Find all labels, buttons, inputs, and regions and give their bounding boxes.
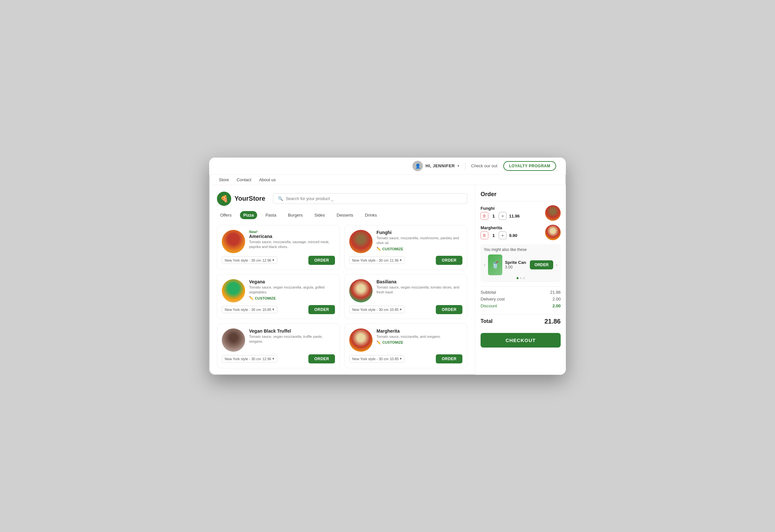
top-bar: 👤 HI, JENNIFER ▾ Check our out LOYALTY P… bbox=[209, 158, 566, 175]
upsell-prev-icon[interactable]: ‹ bbox=[484, 262, 486, 268]
tab-pasta[interactable]: Pasta bbox=[262, 211, 279, 219]
pizza-brand-icon: 🍕 bbox=[220, 195, 228, 203]
product-image-americana bbox=[222, 230, 245, 253]
price-funghi: 11.96 bbox=[509, 214, 520, 219]
nav-bar: Store Contact About us bbox=[209, 175, 566, 185]
customize-margherita[interactable]: ✏️ CUSTOMIZE bbox=[376, 340, 463, 345]
product-bottom-vegan-truffel: New York style - 30 cm 12.96 ▾ ORDER bbox=[222, 354, 335, 363]
upsell-title: You might also like these bbox=[484, 247, 558, 252]
product-card-vegan-truffel: Vegan Black Truffel Tomato sauce, vegan … bbox=[217, 324, 340, 368]
chevron-icon: ▾ bbox=[272, 357, 274, 361]
tab-sides[interactable]: Sides bbox=[311, 211, 328, 219]
style-select-vegan-truffel[interactable]: New York style - 30 cm 12.96 ▾ bbox=[222, 355, 277, 362]
total-value: 21.86 bbox=[545, 318, 561, 325]
style-select-margherita[interactable]: New York style - 30 cm 10.85 ▾ bbox=[349, 355, 405, 362]
price-label: 10.85 bbox=[390, 308, 399, 312]
upsell-order-button[interactable]: ORDER bbox=[530, 260, 553, 269]
subtotal-row: Subtotal 21.86 bbox=[481, 290, 561, 295]
customize-label: CUSTOMIZE bbox=[382, 247, 404, 251]
tab-drinks[interactable]: Drinks bbox=[361, 211, 380, 219]
order-button-vegan-truffel[interactable]: ORDER bbox=[308, 354, 335, 363]
product-image-vegan-truffel bbox=[222, 328, 245, 352]
order-item-name-funghi: Funghi bbox=[481, 206, 543, 211]
tab-offers[interactable]: Offers bbox=[217, 211, 235, 219]
nav-store[interactable]: Store bbox=[219, 177, 229, 182]
product-name-americana: Americana bbox=[249, 234, 335, 239]
order-button-americana[interactable]: ORDER bbox=[308, 256, 335, 265]
order-button-basiliana[interactable]: ORDER bbox=[436, 305, 463, 314]
upsell-dots bbox=[484, 277, 558, 279]
dot-1 bbox=[517, 277, 519, 279]
increase-qty-margherita[interactable]: + bbox=[499, 231, 507, 239]
chevron-icon: ▾ bbox=[400, 307, 402, 312]
product-image-funghi bbox=[349, 230, 372, 253]
style-label: New York style - 30 cm bbox=[352, 258, 389, 262]
brand-name: YourStore bbox=[234, 195, 265, 202]
product-desc-americana: Tomato sauce, mozzarella, sausage, mince… bbox=[249, 240, 335, 250]
product-grid: New! Americana Tomato sauce, mozzarella,… bbox=[217, 225, 467, 368]
customize-funghi[interactable]: ✏️ CUSTOMIZE bbox=[376, 247, 463, 251]
upsell-next-icon[interactable]: › bbox=[556, 262, 558, 268]
top-divider bbox=[465, 162, 465, 170]
upsell-product-image: 🥤 bbox=[488, 254, 502, 275]
product-info-margherita: Margherita Tomato sauce, mozzarella, and… bbox=[376, 328, 463, 345]
order-sidebar: Order Funghi 🗑 1 + 11.96 Margherita bbox=[475, 185, 566, 375]
style-select-vegana[interactable]: New York style - 30 cm 10.85 ▾ bbox=[222, 306, 277, 313]
nav-contact[interactable]: Contact bbox=[237, 177, 251, 182]
product-card-funghi: Funghi Tomato sauce, mozzarella, mushroo… bbox=[344, 225, 467, 270]
nav-about[interactable]: About us bbox=[259, 177, 276, 182]
product-bottom-basiliana: New York style - 30 cm 10.85 ▾ ORDER bbox=[349, 305, 463, 314]
product-card-margherita: Margherita Tomato sauce, mozzarella, and… bbox=[344, 324, 467, 368]
order-item-funghi: Funghi 🗑 1 + 11.96 bbox=[481, 205, 561, 221]
order-button-funghi[interactable]: ORDER bbox=[436, 256, 463, 265]
price-label: 11.96 bbox=[390, 258, 399, 262]
tab-desserts[interactable]: Desserts bbox=[333, 211, 356, 219]
chevron-icon: ▾ bbox=[400, 357, 402, 361]
style-select-basiliana[interactable]: New York style - 30 cm 10.85 ▾ bbox=[349, 306, 405, 313]
product-name-vegan-truffel: Vegan Black Truffel bbox=[249, 328, 335, 334]
product-desc-margherita: Tomato sauce, mozzarella, and oregano. bbox=[376, 334, 463, 339]
product-top: Funghi Tomato sauce, mozzarella, mushroo… bbox=[349, 230, 463, 253]
delivery-value: 2.00 bbox=[553, 297, 561, 301]
decrease-qty-margherita[interactable]: 🗑 bbox=[481, 231, 488, 239]
product-top: New! Americana Tomato sauce, mozzarella,… bbox=[222, 230, 335, 253]
tab-burgers[interactable]: Burgers bbox=[285, 211, 306, 219]
product-top: Margherita Tomato sauce, mozzarella, and… bbox=[349, 328, 463, 352]
user-info[interactable]: 👤 HI, JENNIFER ▾ bbox=[413, 161, 459, 171]
delivery-label: Delivery cost bbox=[481, 297, 505, 301]
delivery-row: Delivery cost 2.00 bbox=[481, 297, 561, 301]
product-desc-basiliana: Tomato sauce, vegan mozzarella, tomato s… bbox=[376, 285, 463, 295]
product-bottom-funghi: New York style - 30 cm 11.96 ▾ ORDER bbox=[349, 256, 463, 265]
order-button-margherita[interactable]: ORDER bbox=[436, 354, 463, 363]
checkout-button[interactable]: CHECKOUT bbox=[481, 333, 561, 348]
order-button-vegana[interactable]: ORDER bbox=[308, 305, 335, 314]
upsell-item: ‹ 🥤 Sprite Can 3.00 ORDER › bbox=[484, 254, 558, 275]
customize-vegana[interactable]: ✏️ CUSTOMIZE bbox=[249, 296, 335, 300]
pencil-icon: ✏️ bbox=[376, 340, 381, 345]
search-input[interactable] bbox=[286, 196, 463, 201]
search-icon: 🔍 bbox=[278, 196, 283, 201]
product-name-basiliana: Basiliana bbox=[376, 279, 463, 284]
increase-qty-funghi[interactable]: + bbox=[499, 212, 507, 220]
discount-label: Discount bbox=[481, 303, 497, 308]
decrease-qty-funghi[interactable]: 🗑 bbox=[481, 212, 488, 220]
product-bottom-vegana: New York style - 30 cm 10.85 ▾ ORDER bbox=[222, 305, 335, 314]
pencil-icon: ✏️ bbox=[376, 247, 381, 251]
customize-label: CUSTOMIZE bbox=[255, 296, 276, 300]
loyalty-program-button[interactable]: LOYALTY PROGRAM bbox=[503, 161, 556, 171]
dot-2 bbox=[520, 277, 522, 279]
product-bottom-margherita: New York style - 30 cm 10.85 ▾ ORDER bbox=[349, 354, 463, 363]
product-card-vegana: Vegana Tomato sauce, vegan mozzarella, a… bbox=[217, 274, 340, 319]
checkout-teaser-label: Check our out bbox=[471, 163, 498, 168]
product-card-americana: New! Americana Tomato sauce, mozzarella,… bbox=[217, 225, 340, 270]
style-select-funghi[interactable]: New York style - 30 cm 11.96 ▾ bbox=[349, 256, 405, 264]
tab-pizza[interactable]: Pizza bbox=[240, 211, 257, 219]
category-tabs: Offers Pizza Pasta Burgers Sides Dessert… bbox=[217, 211, 467, 219]
product-info-vegan-truffel: Vegan Black Truffel Tomato sauce, vegan … bbox=[249, 328, 335, 344]
product-info-funghi: Funghi Tomato sauce, mozzarella, mushroo… bbox=[376, 230, 463, 251]
screen-wrapper: 👤 HI, JENNIFER ▾ Check our out LOYALTY P… bbox=[209, 158, 566, 375]
style-select-americana[interactable]: New York style - 30 cm 12.96 ▾ bbox=[222, 256, 277, 264]
product-name-funghi: Funghi bbox=[376, 230, 463, 235]
chevron-icon: ▾ bbox=[400, 258, 402, 262]
main-area: 🍕 YourStore 🔍 Offers Pizza Pasta Burgers… bbox=[209, 185, 566, 375]
